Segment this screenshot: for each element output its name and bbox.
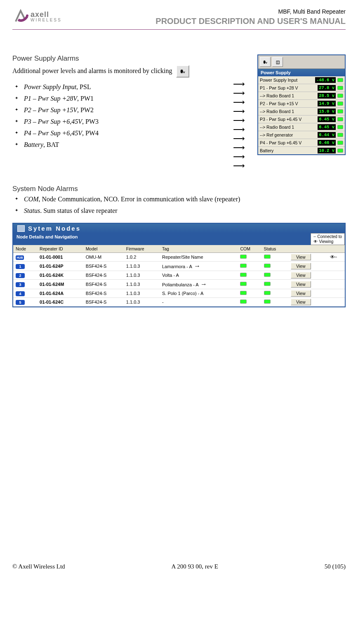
status-cell [261, 253, 288, 262]
view-button[interactable]: View [291, 290, 311, 297]
row-value: 27.8 v [318, 85, 336, 91]
row-value: 28.5 v [318, 93, 336, 99]
power-supply-row: --> Radio Board 128.5 v [258, 92, 345, 100]
bullet-rest: , Node Communication, NCO. Error in comm… [39, 196, 240, 203]
status-led-icon [337, 109, 343, 113]
table-row: 201-01-624KBSF424-S1.1.0.3Volta - AView [13, 271, 345, 280]
monitor-icon-button[interactable]: ⧯ᵥ [176, 65, 189, 78]
model-cell: OMU-M [83, 253, 124, 262]
table-header-cell [327, 245, 345, 253]
power-supply-row: P4 - Pwr Sup +6.45 V6.46 v [258, 139, 345, 147]
com-led-icon [240, 255, 247, 259]
arrow-icon: ⟶ [233, 144, 245, 150]
window-icon [17, 225, 25, 232]
repeater-id: 01-01-624K [37, 271, 83, 280]
bullet-italic: P4 – Pwr Sup +6,45V [24, 130, 82, 137]
row-label: Battery [260, 148, 316, 153]
panel-window-titlebar: Sytem Nodes [13, 224, 345, 233]
node-badge: 2 [16, 273, 25, 278]
legend-viewing: 👁 Viewing [313, 239, 342, 244]
bullet-italic: Battery [24, 141, 43, 148]
power-supply-row: P2 - Pwr Sup +15 V14.9 v [258, 100, 345, 108]
table-row: 301-01-624MBSF424-S1.1.0.3Poliambulanza … [13, 280, 345, 289]
bullet-item: P1 – Pwr Sup +28V, PW1 [12, 95, 221, 102]
status-cell [261, 289, 288, 298]
toolbar-button-1[interactable]: ⧯ᵥ [260, 57, 271, 67]
view-button[interactable]: View [291, 263, 311, 269]
status-led-icon [264, 273, 271, 277]
arrow-icon: ⟶ [233, 126, 245, 132]
bullet-rest: . Sum status of slave repeater [40, 207, 118, 214]
com-led-icon [240, 300, 247, 304]
power-supply-row: P1 - Pwr Sup +28 V27.8 v [258, 84, 345, 92]
plug-icon: ⎓ [313, 234, 316, 239]
com-cell [238, 253, 261, 262]
row-label: P3 - Pwr Sup +6.45 V [260, 117, 316, 122]
arrow-icon: ⟶ [233, 163, 245, 168]
doc-title: MBF, Multi Band Repeater [155, 8, 346, 15]
toolbar-button-2[interactable]: ◫ [272, 57, 283, 67]
bullet-italic: Power Supply Input [24, 83, 76, 90]
model-cell: BSF424-S [83, 280, 124, 289]
repeater-id: 01-01-624M [37, 280, 83, 289]
bullet-rest: , BAT [43, 141, 59, 148]
indicator-cell [327, 271, 345, 280]
row-label: --> Radio Board 1 [260, 125, 316, 130]
firmware-cell: 1.1.0.3 [124, 289, 160, 298]
status-led-icon [337, 86, 343, 90]
power-supply-heading: Power Supply Alarms [12, 54, 221, 63]
logo-name: axell [31, 11, 62, 18]
arrow-icon: → [192, 262, 200, 269]
table-row: 101-01-624PBSF424-S1.1.0.3Lamarmora - A … [13, 262, 345, 271]
firmware-cell: 1.1.0.3 [124, 271, 160, 280]
tag-cell: Lamarmora - A → [160, 262, 238, 271]
view-button[interactable]: View [291, 272, 311, 278]
view-button[interactable]: View [291, 254, 311, 260]
logo-text: axell WIRELESS [31, 11, 62, 22]
power-supply-row: --> Ref generator6.44 v [258, 131, 345, 139]
table-header-row: NodeRepeater IDModelFirmwareTagCOMStatus [13, 245, 345, 253]
table-body: HUB01-01-0001OMU-M1.0.2Repeater/Site Nam… [13, 253, 345, 307]
arrow-icon: ⟶ [233, 108, 245, 114]
connection-eye-icon: 👁⎓ [330, 254, 336, 260]
table-header-cell [288, 245, 327, 253]
logo-mark-icon [12, 8, 29, 25]
arrow-icon: → [199, 281, 207, 288]
repeater-id: 01-01-0001 [37, 253, 83, 262]
table-row: 501-01-624CBSF424-S1.1.0.3-View [13, 298, 345, 307]
indicator-cell: 👁⎓ [327, 253, 345, 262]
table-header-cell: Tag [160, 245, 238, 253]
arrow-icon: ⟶ [233, 90, 245, 96]
system-node-heading: System Node Alarms [12, 185, 346, 193]
tag-cell: Poliambulanza - A → [160, 280, 238, 289]
com-cell [238, 271, 261, 280]
row-label: --> Ref generator [260, 132, 316, 137]
power-supply-row: Power Supply Input-48.6 v [258, 76, 345, 84]
power-supply-row: --> Radio Board 16.45 v [258, 123, 345, 131]
status-led-icon [264, 291, 271, 295]
power-supply-rows: Power Supply Input-48.6 vP1 - Pwr Sup +2… [258, 76, 345, 154]
power-supply-intro: Additional power levels and alarms is mo… [12, 65, 221, 78]
row-label: P1 - Pwr Sup +28 V [260, 85, 316, 90]
panel-subbar: Node Details and Navigation ⎓ Connected … [13, 233, 345, 245]
view-button[interactable]: View [291, 281, 311, 288]
status-led-icon [337, 101, 343, 106]
page-footer: © Axell Wireless Ltd A 200 93 00, rev E … [12, 563, 346, 570]
bullet-item: COM, Node Communication, NCO. Error in c… [12, 196, 346, 203]
bullet-item: P4 – Pwr Sup +6,45V, PW4 [12, 130, 221, 137]
status-led-icon [337, 133, 343, 137]
footer-left: © Axell Wireless Ltd [12, 563, 65, 570]
row-value: 6.45 v [318, 124, 336, 130]
status-led-icon [264, 300, 271, 304]
view-button[interactable]: View [291, 299, 311, 305]
repeater-id: 01-01-624P [37, 262, 83, 271]
bullet-italic: Status [24, 207, 40, 214]
bullet-item: P2 – Pwr Sup +15V, PW2 [12, 106, 221, 114]
row-value: 6.46 v [318, 140, 336, 146]
arrow-icon: ⟶ [233, 99, 245, 105]
table-header-cell: COM [238, 245, 261, 253]
svg-point-0 [26, 14, 28, 17]
power-supply-row: --> Radio Board 115.0 v [258, 108, 345, 116]
bullet-italic: P1 – Pwr Sup +28V [24, 95, 77, 102]
legend-connected: ⎓ Connected to [313, 234, 342, 239]
